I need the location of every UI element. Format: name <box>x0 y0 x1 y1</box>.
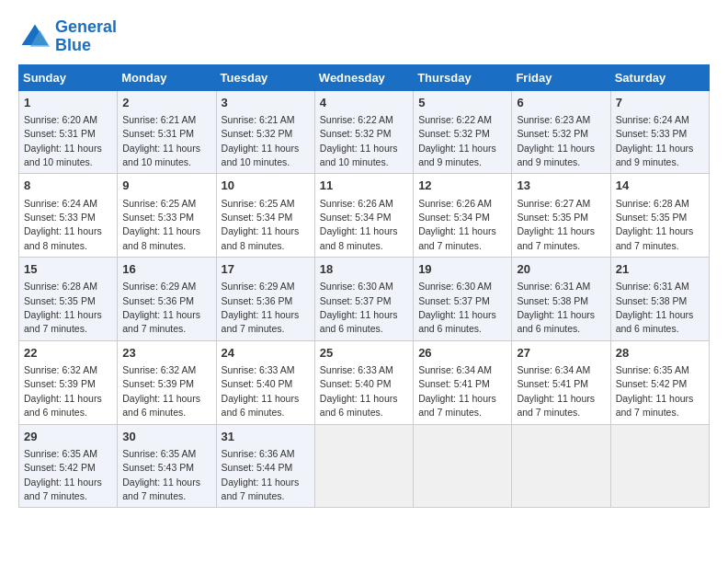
calendar-day-cell: 29Sunrise: 6:35 AMSunset: 5:42 PMDayligh… <box>19 424 118 508</box>
calendar-day-cell: 12Sunrise: 6:26 AMSunset: 5:34 PMDayligh… <box>414 174 512 258</box>
logo-text: General Blue <box>55 18 117 55</box>
day-info: Sunrise: 6:28 AMSunset: 5:35 PMDaylight:… <box>24 281 102 334</box>
calendar-table: SundayMondayTuesdayWednesdayThursdayFrid… <box>18 64 710 509</box>
day-info: Sunrise: 6:35 AMSunset: 5:43 PMDaylight:… <box>122 448 200 501</box>
logo-icon <box>18 20 51 53</box>
day-number: 29 <box>24 429 112 445</box>
day-number: 4 <box>320 95 408 111</box>
calendar-day-cell: 27Sunrise: 6:34 AMSunset: 5:41 PMDayligh… <box>512 340 610 424</box>
weekday-header: Saturday <box>610 64 709 90</box>
day-info: Sunrise: 6:30 AMSunset: 5:37 PMDaylight:… <box>418 281 496 334</box>
logo: General Blue <box>18 18 117 55</box>
day-number: 9 <box>122 178 210 194</box>
calendar-day-cell: 24Sunrise: 6:33 AMSunset: 5:40 PMDayligh… <box>216 340 314 424</box>
calendar-day-cell: 15Sunrise: 6:28 AMSunset: 5:35 PMDayligh… <box>19 258 118 341</box>
calendar-day-cell <box>314 424 413 508</box>
calendar-day-cell: 4Sunrise: 6:22 AMSunset: 5:32 PMDaylight… <box>314 90 413 174</box>
day-info: Sunrise: 6:24 AMSunset: 5:33 PMDaylight:… <box>616 114 694 167</box>
day-info: Sunrise: 6:32 AMSunset: 5:39 PMDaylight:… <box>24 364 102 418</box>
day-number: 2 <box>122 95 210 111</box>
calendar-day-cell: 18Sunrise: 6:30 AMSunset: 5:37 PMDayligh… <box>314 258 413 341</box>
day-number: 6 <box>517 95 605 111</box>
day-number: 24 <box>222 345 310 362</box>
calendar-day-cell: 28Sunrise: 6:35 AMSunset: 5:42 PMDayligh… <box>610 340 709 424</box>
calendar-body: 1Sunrise: 6:20 AMSunset: 5:31 PMDaylight… <box>19 90 710 508</box>
day-number: 7 <box>616 95 704 111</box>
calendar-day-cell: 7Sunrise: 6:24 AMSunset: 5:33 PMDaylight… <box>610 90 709 174</box>
day-number: 13 <box>517 178 605 194</box>
calendar-day-cell: 17Sunrise: 6:29 AMSunset: 5:36 PMDayligh… <box>216 258 314 341</box>
day-info: Sunrise: 6:21 AMSunset: 5:31 PMDaylight:… <box>122 114 200 167</box>
day-number: 30 <box>122 429 210 445</box>
day-number: 18 <box>320 261 408 278</box>
calendar-day-cell: 25Sunrise: 6:33 AMSunset: 5:40 PMDayligh… <box>314 340 413 424</box>
day-number: 11 <box>320 178 408 194</box>
day-number: 20 <box>517 261 605 278</box>
calendar-day-cell <box>414 424 512 508</box>
day-info: Sunrise: 6:25 AMSunset: 5:33 PMDaylight:… <box>122 198 200 251</box>
page-header: General Blue <box>18 18 710 55</box>
day-number: 12 <box>418 178 506 194</box>
day-info: Sunrise: 6:28 AMSunset: 5:35 PMDaylight:… <box>616 198 694 251</box>
calendar-day-cell: 13Sunrise: 6:27 AMSunset: 5:35 PMDayligh… <box>512 174 610 258</box>
day-info: Sunrise: 6:33 AMSunset: 5:40 PMDaylight:… <box>222 364 300 418</box>
day-info: Sunrise: 6:30 AMSunset: 5:37 PMDaylight:… <box>320 281 398 334</box>
day-info: Sunrise: 6:26 AMSunset: 5:34 PMDaylight:… <box>320 198 398 251</box>
calendar-week-row: 15Sunrise: 6:28 AMSunset: 5:35 PMDayligh… <box>19 258 710 341</box>
day-number: 27 <box>517 345 605 362</box>
day-number: 25 <box>320 345 408 362</box>
calendar-day-cell <box>610 424 709 508</box>
calendar-day-cell: 8Sunrise: 6:24 AMSunset: 5:33 PMDaylight… <box>19 174 118 258</box>
day-info: Sunrise: 6:20 AMSunset: 5:31 PMDaylight:… <box>24 114 102 167</box>
calendar-day-cell: 9Sunrise: 6:25 AMSunset: 5:33 PMDaylight… <box>118 174 216 258</box>
calendar-week-row: 8Sunrise: 6:24 AMSunset: 5:33 PMDaylight… <box>19 174 710 258</box>
calendar-day-cell: 1Sunrise: 6:20 AMSunset: 5:31 PMDaylight… <box>19 90 118 174</box>
day-info: Sunrise: 6:24 AMSunset: 5:33 PMDaylight:… <box>24 198 102 251</box>
weekday-header: Friday <box>512 64 610 90</box>
day-number: 5 <box>418 95 506 111</box>
weekday-header: Monday <box>118 64 216 90</box>
day-number: 28 <box>616 345 704 362</box>
calendar-header-row: SundayMondayTuesdayWednesdayThursdayFrid… <box>19 64 710 90</box>
day-number: 1 <box>24 95 112 111</box>
day-number: 31 <box>222 429 310 445</box>
calendar-day-cell: 22Sunrise: 6:32 AMSunset: 5:39 PMDayligh… <box>19 340 118 424</box>
calendar-day-cell: 31Sunrise: 6:36 AMSunset: 5:44 PMDayligh… <box>216 424 314 508</box>
day-number: 17 <box>222 261 310 278</box>
calendar-week-row: 1Sunrise: 6:20 AMSunset: 5:31 PMDaylight… <box>19 90 710 174</box>
calendar-day-cell: 23Sunrise: 6:32 AMSunset: 5:39 PMDayligh… <box>118 340 216 424</box>
weekday-header: Thursday <box>414 64 512 90</box>
day-info: Sunrise: 6:34 AMSunset: 5:41 PMDaylight:… <box>418 364 496 418</box>
day-info: Sunrise: 6:22 AMSunset: 5:32 PMDaylight:… <box>320 114 398 167</box>
day-info: Sunrise: 6:23 AMSunset: 5:32 PMDaylight:… <box>517 114 595 167</box>
calendar-day-cell: 10Sunrise: 6:25 AMSunset: 5:34 PMDayligh… <box>216 174 314 258</box>
calendar-week-row: 29Sunrise: 6:35 AMSunset: 5:42 PMDayligh… <box>19 424 710 508</box>
weekday-header: Sunday <box>19 64 118 90</box>
day-number: 10 <box>222 178 310 194</box>
day-info: Sunrise: 6:29 AMSunset: 5:36 PMDaylight:… <box>122 281 200 334</box>
calendar-day-cell: 3Sunrise: 6:21 AMSunset: 5:32 PMDaylight… <box>216 90 314 174</box>
day-info: Sunrise: 6:34 AMSunset: 5:41 PMDaylight:… <box>517 364 595 418</box>
day-info: Sunrise: 6:36 AMSunset: 5:44 PMDaylight:… <box>222 448 300 501</box>
day-number: 22 <box>24 345 112 362</box>
day-info: Sunrise: 6:35 AMSunset: 5:42 PMDaylight:… <box>24 448 102 501</box>
calendar-day-cell: 16Sunrise: 6:29 AMSunset: 5:36 PMDayligh… <box>118 258 216 341</box>
day-number: 23 <box>122 345 210 362</box>
calendar-day-cell: 20Sunrise: 6:31 AMSunset: 5:38 PMDayligh… <box>512 258 610 341</box>
weekday-header: Tuesday <box>216 64 314 90</box>
calendar-day-cell: 6Sunrise: 6:23 AMSunset: 5:32 PMDaylight… <box>512 90 610 174</box>
day-info: Sunrise: 6:21 AMSunset: 5:32 PMDaylight:… <box>222 114 300 167</box>
calendar-day-cell: 14Sunrise: 6:28 AMSunset: 5:35 PMDayligh… <box>610 174 709 258</box>
calendar-day-cell <box>512 424 610 508</box>
day-number: 21 <box>616 261 704 278</box>
calendar-day-cell: 26Sunrise: 6:34 AMSunset: 5:41 PMDayligh… <box>414 340 512 424</box>
day-info: Sunrise: 6:22 AMSunset: 5:32 PMDaylight:… <box>418 114 496 167</box>
day-number: 26 <box>418 345 506 362</box>
calendar-day-cell: 2Sunrise: 6:21 AMSunset: 5:31 PMDaylight… <box>118 90 216 174</box>
day-info: Sunrise: 6:29 AMSunset: 5:36 PMDaylight:… <box>222 281 300 334</box>
calendar-day-cell: 11Sunrise: 6:26 AMSunset: 5:34 PMDayligh… <box>314 174 413 258</box>
weekday-header: Wednesday <box>314 64 413 90</box>
day-info: Sunrise: 6:31 AMSunset: 5:38 PMDaylight:… <box>517 281 595 334</box>
day-number: 16 <box>122 261 210 278</box>
day-info: Sunrise: 6:33 AMSunset: 5:40 PMDaylight:… <box>320 364 398 418</box>
